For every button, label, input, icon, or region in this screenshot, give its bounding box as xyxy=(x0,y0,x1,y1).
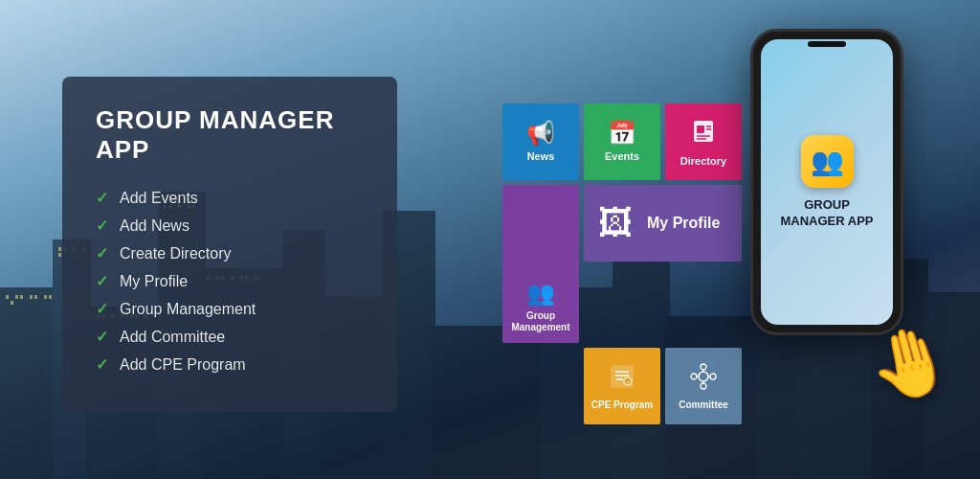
features-panel: GROUP MANAGER APP ✓ Add Events ✓ Add New… xyxy=(62,77,397,412)
tile-group-label: GroupManagement xyxy=(511,310,569,333)
list-item: ✓ Group Management xyxy=(96,295,364,323)
phone-body: 👥 GROUP MANAGER APP xyxy=(750,29,903,335)
group-icon: 👥 xyxy=(526,282,555,305)
check-icon: ✓ xyxy=(96,300,108,318)
tile-cpe-program[interactable]: ✓ CPE Program xyxy=(584,348,660,424)
list-item: ✓ Add Events xyxy=(96,184,364,212)
tile-news-label: News xyxy=(527,150,555,162)
check-icon: ✓ xyxy=(96,189,108,207)
news-icon: 📢 xyxy=(526,122,555,145)
feature-label: Add Committee xyxy=(120,329,225,346)
svg-point-13 xyxy=(691,374,697,379)
phone-app-icon: 👥 xyxy=(801,135,854,188)
tile-events-label: Events xyxy=(605,150,639,162)
phone-screen: 👥 GROUP MANAGER APP xyxy=(761,39,893,325)
svg-text:✓: ✓ xyxy=(626,379,631,385)
check-icon: ✓ xyxy=(96,355,108,374)
check-icon: ✓ xyxy=(96,272,108,290)
list-item: ✓ My Profile xyxy=(96,267,364,295)
feature-label: Add News xyxy=(120,217,189,235)
cpe-icon: ✓ xyxy=(609,363,635,394)
feature-list: ✓ Add Events ✓ Add News ✓ Create Directo… xyxy=(96,184,364,378)
directory-icon xyxy=(689,117,718,149)
phone-app-label: GROUP MANAGER APP xyxy=(780,197,873,230)
feature-label: Create Directory xyxy=(120,245,231,262)
tile-events[interactable]: 📅 Events xyxy=(584,103,660,180)
tile-directory-label: Directory xyxy=(680,155,726,167)
svg-point-16 xyxy=(701,383,706,389)
feature-label: My Profile xyxy=(120,273,188,290)
feature-label: Add CPE Program xyxy=(120,356,246,374)
list-item: ✓ Add CPE Program xyxy=(96,351,364,378)
app-tiles-grid: 📢 News 📅 Events Directory 👥 xyxy=(502,103,742,424)
check-icon: ✓ xyxy=(96,328,108,346)
svg-point-12 xyxy=(699,372,708,381)
svg-point-14 xyxy=(710,374,716,379)
feature-label: Group Management xyxy=(120,301,256,318)
list-item: ✓ Add Committee xyxy=(96,323,364,351)
tile-my-profile[interactable]: 🖼 My Profile xyxy=(584,185,742,262)
svg-point-15 xyxy=(701,364,706,370)
tile-group-management[interactable]: 👥 GroupManagement xyxy=(502,185,579,343)
feature-label: Add Events xyxy=(120,190,198,207)
app-title: GROUP MANAGER APP xyxy=(96,105,364,165)
phone-mockup: 👥 GROUP MANAGER APP 🤚 xyxy=(731,29,923,431)
tile-news[interactable]: 📢 News xyxy=(502,103,579,180)
tile-committee-label: Committee xyxy=(679,399,728,410)
list-item: ✓ Create Directory xyxy=(96,240,364,267)
tile-committee[interactable]: Committee xyxy=(665,348,742,424)
check-icon: ✓ xyxy=(96,217,108,235)
list-item: ✓ Add News xyxy=(96,212,364,240)
committee-icon xyxy=(690,363,717,394)
events-icon: 📅 xyxy=(608,122,636,145)
profile-icon: 🖼 xyxy=(598,206,633,240)
tile-profile-label: My Profile xyxy=(647,215,720,232)
svg-rect-1 xyxy=(697,125,704,133)
tile-directory[interactable]: Directory xyxy=(665,103,742,180)
tile-cpe-label: CPE Program xyxy=(591,399,653,410)
check-icon: ✓ xyxy=(96,244,108,262)
